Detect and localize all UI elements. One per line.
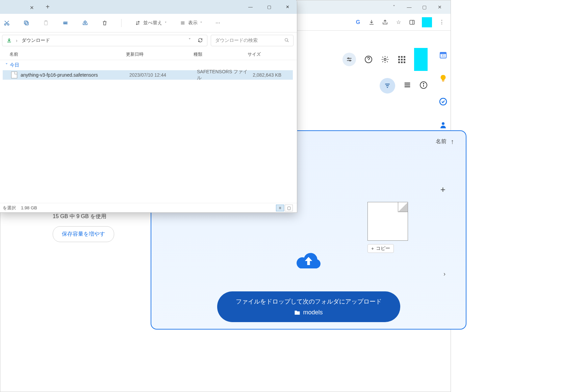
side-panel-icon[interactable] [408, 19, 416, 26]
browser-chevron-icon[interactable]: ˅ [386, 2, 402, 12]
search-icon [284, 38, 289, 44]
svg-line-36 [287, 41, 289, 42]
expand-side-panel-icon[interactable]: › [443, 270, 446, 278]
upload-message-pill: ファイルをドロップして次のフォルダにアップロード models [217, 291, 400, 322]
col-name[interactable]: 名前 [9, 49, 126, 60]
filter-icon[interactable] [380, 78, 395, 94]
col-size[interactable]: サイズ [248, 49, 281, 60]
path-breadcrumb[interactable]: › ダウンロード ˅ [2, 35, 207, 46]
group-today[interactable]: ˅ 今日 [0, 60, 297, 70]
search-placeholder: ダウンロードの検索 [215, 37, 258, 44]
svg-text:31: 31 [441, 54, 445, 58]
star-icon[interactable]: ☆ [395, 19, 402, 26]
gear-icon[interactable] [381, 55, 389, 63]
cut-icon[interactable] [4, 20, 10, 26]
upload-cloud-icon [294, 251, 323, 269]
file-icon [11, 72, 17, 78]
account-avatar[interactable] [414, 48, 428, 71]
install-icon[interactable] [368, 19, 375, 26]
svg-rect-0 [410, 20, 414, 24]
explorer-search-input[interactable]: ダウンロードの検索 [211, 35, 294, 46]
file-date: 2023/07/10 12:44 [129, 72, 197, 78]
explorer-tab[interactable]: ✕ [0, 2, 39, 14]
status-selected: を選択 [3, 205, 16, 211]
sort-arrow-up-icon: ↑ [451, 138, 454, 146]
path-dropdown-icon[interactable]: ˅ [188, 37, 191, 44]
file-row[interactable]: anything-v3-fp16-pruned.safetensors 2023… [3, 70, 293, 80]
thumbs-view-icon[interactable]: ▢ [285, 205, 293, 211]
more-icon[interactable]: ⋮ [438, 19, 446, 26]
copy-tooltip: + コピー [367, 244, 394, 253]
svg-rect-11 [405, 83, 410, 84]
svg-rect-26 [24, 21, 27, 24]
path-folder: ダウンロード [22, 37, 50, 44]
storage-panel: 15 GB 中 9 GB を使用 保存容量を増やす [53, 213, 114, 242]
explorer-minimize-icon[interactable]: — [241, 0, 260, 14]
paste-icon[interactable] [43, 20, 49, 26]
apps-grid-icon[interactable] [398, 55, 406, 63]
sort-column-label: 名前 [436, 138, 447, 145]
upload-text: ファイルをドロップして次のフォルダにアップロード [236, 297, 382, 306]
file-type: SAFETENSORS ファイル [197, 69, 251, 81]
upload-target-folder: models [303, 309, 323, 316]
svg-rect-12 [405, 84, 410, 85]
explorer-titlebar: ✕ + — ▢ ✕ [0, 0, 297, 14]
svg-point-7 [384, 58, 386, 60]
file-size: 2,082,643 KB [251, 72, 281, 78]
contacts-icon[interactable] [439, 121, 447, 129]
tab-close-icon[interactable]: ✕ [30, 5, 34, 11]
more-toolbar-icon[interactable]: ⋯ [215, 20, 220, 26]
status-size: 1.98 GB [21, 205, 37, 210]
settings-adjust-icon[interactable] [342, 53, 356, 66]
svg-text:A: A [64, 22, 66, 24]
side-panel-add-icon[interactable]: + [440, 184, 446, 282]
info-icon[interactable] [419, 81, 428, 90]
google-icon[interactable]: G [354, 19, 362, 26]
list-view-icon[interactable] [404, 81, 411, 90]
calendar-icon[interactable]: 31 [439, 51, 447, 59]
svg-point-35 [285, 38, 288, 41]
file-list: ˅ 今日 anything-v3-fp16-pruned.safetensors… [0, 60, 297, 80]
folder-icon [294, 310, 300, 316]
explorer-close-icon[interactable]: ✕ [278, 0, 297, 14]
file-name: anything-v3-fp16-pruned.safetensors [21, 72, 129, 78]
sort-button[interactable]: 並べ替え ˅ [135, 20, 167, 26]
explorer-toolbar: A 並べ替え ˅ 表示 ˅ ⋯ [0, 14, 297, 32]
profile-avatar[interactable] [422, 17, 432, 27]
keep-icon[interactable] [439, 74, 447, 82]
share-icon[interactable] [381, 19, 389, 26]
downloads-icon [6, 37, 12, 44]
plus-icon: + [371, 246, 374, 251]
column-headers: 名前 更新日時 種類 サイズ [0, 49, 297, 60]
col-type[interactable]: 種類 [194, 49, 248, 60]
browser-close-icon[interactable]: ✕ [432, 2, 447, 12]
file-icon [367, 202, 408, 241]
copy-icon[interactable] [23, 20, 29, 26]
file-explorer-window: ✕ + — ▢ ✕ A 並べ替え ˅ 表示 ˅ ⋯ › ダウンロード ˅ [0, 0, 297, 213]
svg-point-4 [348, 58, 349, 59]
svg-rect-13 [405, 86, 410, 87]
browser-maximize-icon[interactable]: ▢ [417, 2, 432, 12]
delete-icon[interactable] [102, 20, 108, 26]
storage-usage-text: 15 GB 中 9 GB を使用 [53, 213, 114, 220]
copy-label: コピー [376, 245, 390, 252]
path-chevron-icon: › [16, 38, 18, 43]
browser-minimize-icon[interactable]: — [402, 2, 417, 12]
status-bar: を選択 1.98 GB ≡ ▢ [0, 203, 297, 212]
buy-storage-button[interactable]: 保存容量を増やす [53, 226, 114, 242]
details-view-icon[interactable]: ≡ [276, 205, 284, 211]
explorer-addressbar: › ダウンロード ˅ ダウンロードの検索 [0, 32, 297, 49]
tasks-icon[interactable] [439, 98, 447, 106]
explorer-maximize-icon[interactable]: ▢ [260, 0, 278, 14]
google-side-panel: 31 [436, 48, 450, 129]
svg-point-22 [442, 122, 444, 125]
dragged-file-preview: + コピー [367, 202, 408, 261]
col-date[interactable]: 更新日時 [126, 49, 194, 60]
svg-point-5 [350, 60, 351, 61]
share-toolbar-icon[interactable] [82, 20, 88, 26]
rename-icon[interactable]: A [62, 20, 69, 26]
view-button[interactable]: 表示 ˅ [180, 20, 202, 26]
refresh-icon[interactable] [198, 37, 203, 44]
help-icon[interactable] [364, 55, 373, 63]
new-tab-button[interactable]: + [41, 3, 54, 11]
